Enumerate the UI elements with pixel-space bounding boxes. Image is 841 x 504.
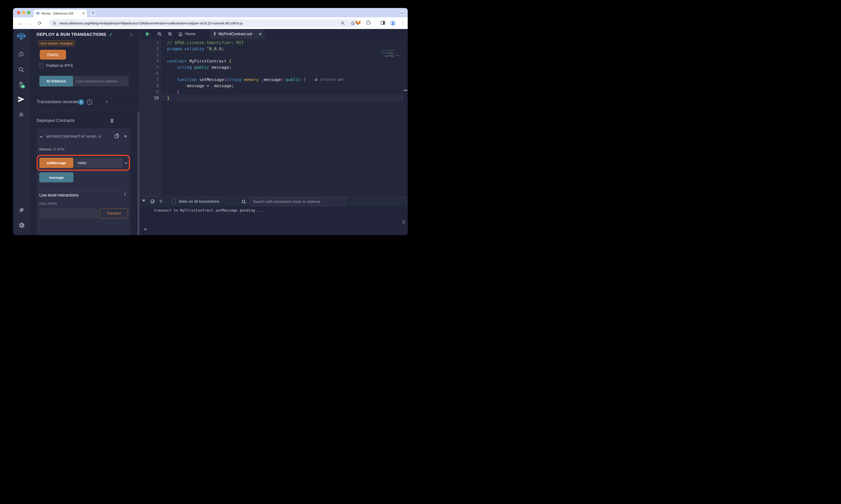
run-script-play-icon[interactable]: [146, 32, 150, 36]
copy-address-icon[interactable]: [114, 133, 120, 140]
panel-scrollbar[interactable]: [138, 112, 139, 235]
browser-tab[interactable]: Remix - Ethereum IDE ×: [34, 10, 87, 17]
code-text: message = _message;: [167, 83, 234, 89]
transactions-expand-chevron-icon[interactable]: [105, 101, 108, 103]
code-line: 2pragma solidity ^0.8.0;: [140, 46, 408, 52]
listen-all-transactions-label: listen on all transactions: [179, 199, 219, 204]
transactions-recorded-row[interactable]: Transactions recorded 2: [30, 94, 139, 110]
line-number: 3: [140, 52, 159, 58]
contract-title: MYFIRSTCONTRACT AT 0X10F...5: [46, 134, 114, 138]
calldata-input[interactable]: [39, 209, 99, 218]
line-number: 5: [140, 64, 159, 70]
plugin-manager-plug-icon[interactable]: [18, 206, 25, 215]
code-text: }: [167, 89, 179, 95]
contract-expand-chevron-icon[interactable]: [39, 135, 43, 138]
remix-favicon: [36, 12, 40, 15]
terminal-toolbar: 0 listen on all transactions: [140, 197, 408, 206]
tab-close-icon[interactable]: ×: [83, 12, 85, 16]
side-panel-icon[interactable]: [380, 20, 385, 26]
profile-avatar[interactable]: [390, 20, 396, 26]
new-tab-button[interactable]: +: [90, 10, 96, 16]
listen-all-transactions-checkbox[interactable]: [172, 199, 175, 204]
file-explorer-icon[interactable]: [18, 51, 25, 59]
deploy-run-panel: DEPLOY & RUN TRANSACTIONS ✓ evm version:…: [30, 29, 139, 235]
overview-ruler[interactable]: [403, 39, 408, 197]
solidity-file-icon: [213, 32, 217, 36]
clear-console-icon[interactable]: [151, 199, 154, 203]
line-number: 6: [140, 70, 159, 76]
low-level-interactions-label: Low level interactions: [39, 193, 79, 198]
line-number: 4: [140, 58, 159, 64]
publish-ipfs-checkbox[interactable]: [39, 63, 44, 69]
infinite-gas-annotation: infinite gas: [315, 76, 344, 83]
code-editor[interactable]: 1// SPDX-License-Identifier: MIT2pragma …: [140, 39, 408, 197]
deployed-contracts-label: Deployed Contracts: [37, 118, 75, 123]
pending-tx-count: 0: [160, 199, 162, 204]
calldata-label: CALLDATA: [39, 201, 57, 205]
code-line: 9 }: [140, 89, 408, 95]
code-line: 3: [140, 52, 408, 58]
editor-minimap[interactable]: // SPDX-License-Identifier: MITpragma so…: [381, 50, 400, 64]
forward-icon[interactable]: →: [28, 20, 33, 26]
panel-collapse-chevron-icon[interactable]: [130, 33, 132, 36]
remix-logo-icon[interactable]: [16, 32, 26, 42]
code-text: pragma solidity ^0.8.0;: [167, 46, 224, 52]
line-number: 9: [140, 89, 159, 95]
message-getter-button[interactable]: message: [39, 172, 73, 182]
code-line: 5 string public message;: [140, 64, 408, 70]
toolbar-extensions-area: ⋮: [350, 17, 405, 29]
deploy-button[interactable]: Deploy: [40, 50, 66, 59]
low-level-info-icon[interactable]: i: [124, 192, 125, 197]
contract-balance-label: Balance: 0. ETH: [39, 147, 64, 151]
terminal-output[interactable]: transact to MyFirstContract.setMessage p…: [140, 206, 408, 235]
zoom-out-icon[interactable]: [157, 32, 162, 37]
set-message-button[interactable]: setMessage: [39, 158, 73, 168]
window-zoom-button[interactable]: [27, 11, 30, 14]
browser-tab-strip: Remix - Ethereum IDE × +: [13, 8, 408, 17]
zoom-in-icon[interactable]: [168, 32, 173, 37]
tab-home[interactable]: Home: [178, 29, 195, 39]
remix-app: DEPLOY & RUN TRANSACTIONS ✓ evm version:…: [13, 29, 408, 235]
line-number: 8: [140, 83, 159, 89]
back-icon[interactable]: ←: [18, 20, 23, 26]
settings-gear-icon[interactable]: [18, 222, 25, 230]
url-bar[interactable]: remix.ethereum.org/#lang=en&optimize=fal…: [49, 19, 359, 27]
ruler-cursor-mark: [404, 90, 408, 91]
code-line: 6: [140, 70, 408, 76]
at-address-input[interactable]: [73, 76, 128, 87]
low-level-divider: [39, 190, 126, 190]
file-tab-close-icon[interactable]: ×: [259, 32, 261, 37]
at-address-button[interactable]: At Address: [39, 76, 73, 87]
site-settings-icon[interactable]: [53, 21, 57, 25]
browser-menu-kebab-icon[interactable]: ⋮: [401, 23, 405, 24]
zoom-page-icon[interactable]: [341, 21, 345, 25]
search-icon[interactable]: [18, 67, 24, 74]
window-minimize-button[interactable]: [22, 11, 25, 14]
editor-area: Home MyFirstContract.sol × 1// SPDX-Lice…: [139, 29, 408, 235]
line-number: 7: [140, 76, 159, 83]
reload-icon[interactable]: ⟳: [38, 20, 42, 26]
url-text: remix.ethereum.org/#lang=en&optimize=fal…: [59, 21, 335, 25]
terminal-scrollbar-thumb[interactable]: [402, 220, 405, 224]
transactions-info-icon[interactable]: [86, 99, 93, 106]
browser-window: Remix - Ethereum IDE × + ← → ⟳ remix.eth…: [13, 8, 408, 235]
terminal-collapse-icon[interactable]: [143, 199, 145, 201]
browser-toolbar: ← → ⟳ remix.ethereum.org/#lang=en&optimi…: [13, 17, 408, 29]
extensions-puzzle-icon[interactable]: [366, 20, 371, 26]
debugger-bug-icon[interactable]: [18, 111, 25, 119]
clear-deployed-trash-icon[interactable]: [109, 118, 115, 124]
window-close-button[interactable]: [17, 11, 20, 14]
solidity-compiler-icon[interactable]: [17, 81, 25, 89]
desktop-background: Remix - Ethereum IDE × + ← → ⟳ remix.eth…: [0, 0, 420, 252]
metamask-extension-icon[interactable]: [355, 20, 361, 26]
terminal-search-input[interactable]: [250, 198, 346, 206]
deployed-contract-row[interactable]: MYFIRSTCONTRACT AT 0X10F...5 ×: [37, 128, 130, 144]
tab-myfirstcontract-sol[interactable]: MyFirstContract.sol ×: [210, 29, 265, 39]
tab-search-chevron-icon[interactable]: [399, 10, 405, 15]
deploy-run-icon[interactable]: [17, 96, 25, 104]
remove-contract-icon[interactable]: ×: [124, 134, 127, 139]
set-message-input[interactable]: [74, 158, 122, 168]
code-text: string public message;: [167, 64, 231, 70]
transact-button[interactable]: Transact: [100, 209, 128, 218]
line-number: 10: [140, 95, 159, 101]
